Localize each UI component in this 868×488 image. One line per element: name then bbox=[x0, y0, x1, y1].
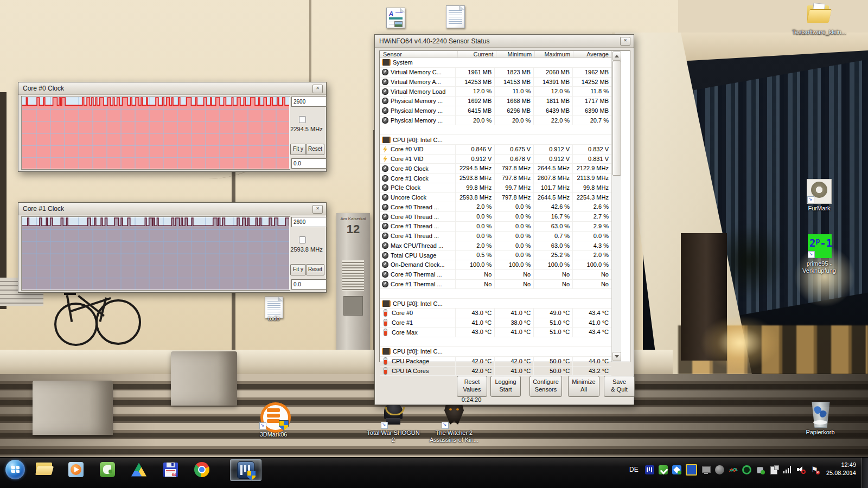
taskbar-explorer-button[interactable] bbox=[33, 459, 56, 480]
taskbar-evernote-button[interactable] bbox=[95, 459, 119, 480]
desktop-icon-furmark[interactable] bbox=[807, 179, 832, 204]
sensor-value-row[interactable]: CPU Package42.0 °C42.0 °C50.0 °C44.0 °C bbox=[380, 357, 611, 367]
start-button[interactable] bbox=[3, 459, 27, 480]
tvtool-tray-icon[interactable] bbox=[686, 464, 697, 476]
witcher2-label[interactable]: The Witcher 2Assassins of Kin... bbox=[419, 429, 489, 444]
shogun2-label[interactable]: Total War SHOGUN2 bbox=[358, 429, 429, 444]
cpu-ball-tray-icon[interactable] bbox=[715, 465, 724, 474]
logging-start-button[interactable]: LoggingStart bbox=[490, 376, 521, 397]
coretemp-tray-icon[interactable] bbox=[742, 465, 751, 474]
sensor-value-row[interactable]: Physical Memory ...1692 MB1668 MB1811 MB… bbox=[380, 97, 611, 106]
core0-checkbox[interactable] bbox=[299, 116, 306, 123]
hwinfo-titlebar[interactable]: HWiNFO64 v4.40-2240 Sensor Status bbox=[375, 35, 634, 48]
desktop-icon-papierkorb[interactable] bbox=[808, 400, 833, 428]
core0-ymin-input[interactable] bbox=[291, 158, 327, 169]
sensor-value-row[interactable]: Uncore Clock2593.8 MHz797.8 MHz2644.5 MH… bbox=[380, 193, 611, 203]
minimize-all-button[interactable]: MinimizeAll bbox=[568, 376, 599, 397]
taskbar-hwinfo-active-button[interactable] bbox=[230, 459, 261, 481]
volume-muted-tray-icon[interactable] bbox=[796, 465, 806, 474]
prime95-label[interactable]: prime95 -Verknüpfung bbox=[781, 260, 857, 274]
hwinfo-tray-icon[interactable] bbox=[645, 465, 654, 474]
close-icon[interactable]: ✕ bbox=[312, 205, 323, 214]
dropbox-tray-icon[interactable] bbox=[672, 465, 681, 474]
close-icon[interactable]: ✕ bbox=[312, 85, 323, 93]
todo-label[interactable]: todo bbox=[255, 315, 293, 322]
sensor-value-row[interactable]: Core #0 Thermal ...NoNoNoNo bbox=[380, 270, 611, 280]
sensor-section-row[interactable]: CPU [#0]: Intel C... bbox=[380, 299, 611, 309]
reset-values-button[interactable]: ResetValues bbox=[457, 376, 487, 397]
clipboard-tray-icon[interactable] bbox=[769, 465, 778, 474]
sensor-value-row[interactable]: Core #1 Thread ...0.0 %0.0 %63.0 %2.9 % bbox=[380, 222, 611, 232]
core1-ymin-input[interactable] bbox=[291, 279, 327, 290]
testsoftware-label[interactable]: Testsoftware_klein... bbox=[773, 29, 865, 36]
core1-reset-button[interactable]: Reset bbox=[306, 264, 324, 275]
sensor-value-row[interactable]: Physical Memory ...20.0 %20.0 %22.0 %20.… bbox=[380, 116, 611, 126]
usb-eject-tray-icon[interactable] bbox=[756, 465, 765, 474]
desktop-icon-witcher2[interactable] bbox=[442, 402, 467, 429]
core1-clock-titlebar[interactable]: Core #1 Clock bbox=[18, 203, 326, 215]
papierkorb-label[interactable]: Papierkorb bbox=[782, 429, 858, 436]
display-tray-icon[interactable] bbox=[701, 465, 711, 474]
save-quit-button[interactable]: Save& Quit bbox=[604, 376, 635, 397]
taskbar-hwinfo-launcher-button[interactable]: 64 bbox=[158, 459, 182, 480]
desktop-icon-3dmark06[interactable] bbox=[259, 401, 288, 429]
column-header-current[interactable]: Current bbox=[458, 51, 496, 57]
sensor-value-row[interactable]: Core #043.0 °C41.0 °C49.0 °C43.4 °C bbox=[380, 309, 611, 318]
desktop-icon-shogun2[interactable] bbox=[381, 402, 406, 429]
sensor-value-row[interactable]: Core #1 Thread ...0.0 %0.0 %0.7 %0.0 % bbox=[380, 232, 611, 241]
network-tray-icon[interactable] bbox=[783, 465, 792, 474]
speedfan-tray-icon[interactable] bbox=[729, 465, 738, 474]
sensor-value-row[interactable]: Max CPU/Thread ...2.0 %0.0 %63.0 %4.3 % bbox=[380, 241, 611, 251]
sensor-value-row[interactable]: Core #1 VID0.912 V0.678 V0.912 V0.831 V bbox=[380, 155, 611, 164]
table-scrollbar[interactable] bbox=[611, 51, 621, 362]
furmark-label[interactable]: FurMark bbox=[781, 205, 857, 212]
scroll-down-icon[interactable] bbox=[612, 352, 621, 361]
desktop-icon-document[interactable]: A bbox=[386, 8, 405, 28]
sensor-value-row[interactable]: Virtual Memory Load12.0 %11.0 %12.0 %11.… bbox=[380, 87, 611, 97]
show-desktop-button[interactable] bbox=[861, 458, 868, 488]
taskbar-mediaplayer-button[interactable] bbox=[64, 459, 88, 480]
core1-fit-y-button[interactable]: Fit y bbox=[290, 264, 306, 275]
close-icon[interactable]: ✕ bbox=[620, 37, 630, 46]
sensor-value-row[interactable]: CPU IA Cores42.0 °C41.0 °C50.0 °C43.2 °C bbox=[380, 367, 611, 376]
language-indicator[interactable]: DE bbox=[629, 466, 639, 473]
taskbar-chrome-button[interactable] bbox=[190, 459, 214, 480]
desktop-icon-prime95[interactable]: 2p-1 bbox=[808, 234, 832, 258]
column-header-average[interactable]: Average bbox=[573, 51, 611, 57]
desktop-icon-testsoftware-folder[interactable] bbox=[807, 3, 831, 27]
sensor-value-row[interactable]: Core #1 Thermal ...NoNoNoNo bbox=[380, 280, 611, 290]
sensor-value-row[interactable]: Core #0 Clock2294.5 MHz797.8 MHz2644.5 M… bbox=[380, 164, 611, 174]
core0-fit-y-button[interactable]: Fit y bbox=[290, 144, 306, 155]
column-header-sensor[interactable]: Sensor bbox=[380, 51, 458, 57]
core0-ymax-input[interactable] bbox=[291, 97, 327, 107]
sensor-section-row[interactable]: System bbox=[380, 58, 611, 68]
configure-sensors-button[interactable]: ConfigureSensors bbox=[529, 376, 562, 397]
sensor-value-row[interactable]: Virtual Memory C...1961 MB1823 MB2060 MB… bbox=[380, 68, 611, 78]
sensor-value-row[interactable]: Physical Memory ...6415 MB6296 MB6439 MB… bbox=[380, 106, 611, 116]
column-header-minimum[interactable]: Minimum bbox=[496, 51, 535, 57]
sensor-value-row[interactable]: PCIe Clock99.8 MHz99.7 MHz101.7 MHz99.8 … bbox=[380, 183, 611, 193]
sensor-section-row[interactable]: CPU [#0]: Intel C... bbox=[380, 135, 611, 145]
sensor-section-row[interactable]: CPU [#0]: Intel C... bbox=[380, 347, 611, 357]
3dmark06-label[interactable]: 3DMark06 bbox=[246, 431, 301, 438]
sensor-value-row[interactable]: Total CPU Usage0.5 %0.0 %25.2 %2.0 % bbox=[380, 251, 611, 260]
sensor-value-row[interactable]: Core Max43.0 °C41.0 °C51.0 °C43.4 °C bbox=[380, 328, 611, 337]
sensor-value-row[interactable]: Core #0 VID0.846 V0.675 V0.912 V0.832 V bbox=[380, 145, 611, 155]
sensor-value-row[interactable]: Core #0 Thread ...0.0 %0.0 %16.7 %2.7 % bbox=[380, 212, 611, 222]
sensor-value-row[interactable]: Core #141.0 °C38.0 °C51.0 °C41.0 °C bbox=[380, 318, 611, 328]
scrollbar-thumb[interactable] bbox=[612, 61, 621, 176]
core1-ymax-input[interactable] bbox=[291, 217, 327, 227]
core1-checkbox[interactable] bbox=[299, 236, 306, 243]
taskbar-googledrive-button[interactable] bbox=[127, 459, 151, 480]
sensor-value-row[interactable]: Core #0 Thread ...2.0 %0.0 %42.6 %2.6 % bbox=[380, 202, 611, 212]
core0-clock-titlebar[interactable]: Core #0 Clock bbox=[18, 82, 326, 95]
scroll-up-icon[interactable] bbox=[612, 52, 621, 61]
updater-tray-icon[interactable] bbox=[659, 465, 668, 474]
sensor-value-row[interactable]: On-Demand Clock...100.0 %100.0 %100.0 %1… bbox=[380, 260, 611, 270]
sensor-value-row[interactable]: Virtual Memory A...14253 MB14153 MB14391… bbox=[380, 78, 611, 87]
sensor-value-row[interactable]: Core #1 Clock2593.8 MHz797.8 MHz2607.8 M… bbox=[380, 174, 611, 183]
core0-reset-button[interactable]: Reset bbox=[306, 144, 324, 155]
column-header-maximum[interactable]: Maximum bbox=[535, 51, 573, 57]
desktop-icon-textfile[interactable] bbox=[446, 5, 465, 28]
taskbar-clock[interactable]: 12:49 25.08.2014 bbox=[809, 461, 856, 477]
